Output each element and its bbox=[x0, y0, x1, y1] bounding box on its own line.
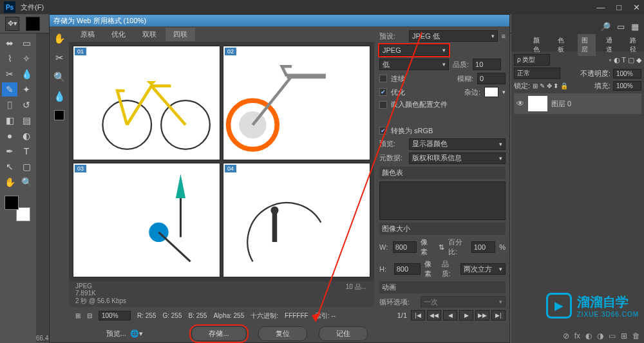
grid-icon[interactable]: ⊞ bbox=[75, 312, 80, 319]
play-button[interactable]: ▶ bbox=[459, 310, 473, 320]
path-tool-icon[interactable]: ↖ bbox=[2, 160, 17, 174]
adjustment-icon[interactable]: ◑ bbox=[597, 331, 603, 340]
maximize-icon[interactable]: □ bbox=[616, 3, 621, 12]
matte-swatch[interactable] bbox=[484, 87, 498, 97]
eyedropper-tool-icon[interactable]: 💧 bbox=[19, 67, 34, 81]
dialog-tool-strip: ✋ ✂ 🔍 💧 bbox=[50, 26, 69, 324]
link-icon[interactable]: ⇅ bbox=[439, 243, 444, 252]
tab-channels[interactable]: 通道 bbox=[602, 34, 620, 56]
chevron-down-icon[interactable]: ▾ bbox=[502, 89, 506, 95]
close-icon[interactable]: ✕ bbox=[633, 3, 640, 12]
preview-pane-2[interactable]: 02 bbox=[223, 46, 370, 160]
zoom-input[interactable]: 100% bbox=[99, 311, 131, 320]
preview-pane-1[interactable]: 01 bbox=[73, 46, 220, 160]
hand-tool-icon[interactable]: ✋ bbox=[2, 175, 17, 189]
preview-pane-3[interactable]: 03 bbox=[73, 163, 220, 277]
format-select[interactable]: JPEG▾ bbox=[379, 44, 449, 56]
first-frame-button[interactable]: |◀ bbox=[411, 310, 425, 320]
trash-icon[interactable]: 🗑 bbox=[632, 331, 640, 340]
new-layer-icon[interactable]: ⊞ bbox=[621, 331, 627, 340]
tab-4up[interactable]: 四联 bbox=[166, 28, 195, 41]
last-frame-button[interactable]: ▶| bbox=[491, 310, 506, 320]
pen-tool-icon[interactable]: ✒ bbox=[2, 144, 17, 158]
loop-select[interactable]: 一次▾ bbox=[421, 296, 506, 308]
eyedrop-icon[interactable]: 💧 bbox=[53, 91, 66, 102]
menu-file[interactable]: 文件(F) bbox=[21, 3, 44, 12]
menu-icon[interactable]: ≡ bbox=[502, 32, 506, 40]
slice-icon[interactable]: ✂ bbox=[55, 52, 64, 64]
fill-input[interactable]: 100% bbox=[613, 81, 641, 91]
shape-tool-icon[interactable]: ▢ bbox=[19, 160, 34, 174]
brush-tool-icon[interactable]: ✎ bbox=[2, 82, 17, 97]
mask-icon[interactable]: ◐ bbox=[585, 331, 592, 340]
height-input[interactable]: 800 bbox=[394, 263, 421, 275]
swatch-icon[interactable] bbox=[26, 17, 40, 31]
browser-icon[interactable]: 🌐▾ bbox=[130, 329, 143, 338]
tool-preset-icon[interactable]: ✥▾ bbox=[5, 17, 19, 31]
progressive-checkbox[interactable] bbox=[379, 75, 387, 82]
color-swatches[interactable] bbox=[5, 196, 30, 221]
tab-original[interactable]: 原稿 bbox=[73, 28, 102, 41]
percent-input[interactable]: 100 bbox=[471, 241, 495, 253]
search-icon[interactable]: 🔎 bbox=[600, 22, 611, 32]
optimized-checkbox[interactable]: ✔ bbox=[379, 88, 387, 96]
visibility-icon[interactable]: 👁 bbox=[516, 99, 524, 108]
lock-icons[interactable]: ⊞ ✎ ✥ ⬍ 🔒 bbox=[533, 82, 568, 89]
tab-swatches[interactable]: 色板 bbox=[554, 34, 572, 56]
link-layers-icon[interactable]: ⊘ bbox=[563, 331, 569, 340]
fx-icon[interactable]: fx bbox=[574, 331, 580, 340]
lock-label: 锁定: bbox=[514, 81, 530, 91]
type-tool-icon[interactable]: T bbox=[19, 144, 34, 158]
prev-button[interactable]: ◀ bbox=[443, 310, 457, 320]
quality-input[interactable]: 10 bbox=[473, 59, 501, 70]
reset-button[interactable]: 复位 bbox=[258, 326, 307, 341]
healing-tool-icon[interactable]: ✦ bbox=[19, 82, 34, 97]
filter-icon[interactable]: ▫ ◐ T ▢ ◆ bbox=[609, 56, 641, 64]
marquee-tool-icon[interactable]: ▭ bbox=[19, 36, 34, 50]
layer-row[interactable]: 👁 图层 0 bbox=[514, 93, 641, 114]
gradient-tool-icon[interactable]: ▤ bbox=[19, 113, 34, 127]
tab-color[interactable]: 颜色 bbox=[529, 34, 547, 56]
embed-profile-checkbox[interactable] bbox=[379, 101, 387, 109]
grid2-icon[interactable]: ⊟ bbox=[87, 312, 92, 319]
dodge-tool-icon[interactable]: ◐ bbox=[19, 129, 34, 143]
preview-info: JPEG 7.891K 2 秒 @ 56.6 Kbps 10 品... bbox=[69, 281, 374, 307]
preset-select[interactable]: JPEG 低▾ bbox=[409, 30, 498, 42]
resample-select[interactable]: 两次立方▾ bbox=[460, 263, 506, 275]
tab-2up[interactable]: 双联 bbox=[135, 28, 164, 41]
next-fast-button[interactable]: ▶▶ bbox=[475, 310, 489, 320]
prev-fast-button[interactable]: ◀◀ bbox=[427, 310, 441, 320]
workspace-icon[interactable]: ▦ bbox=[631, 22, 639, 32]
info-quality-note: 10 品... bbox=[346, 283, 366, 292]
zoom-tool-icon[interactable]: 🔍 bbox=[19, 175, 34, 189]
group-icon[interactable]: ▭ bbox=[609, 331, 616, 340]
fg-swatch[interactable] bbox=[5, 196, 19, 210]
move-tool-icon[interactable]: ⬌ bbox=[2, 36, 17, 50]
tab-layers[interactable]: 图层 bbox=[578, 34, 596, 56]
hand-icon[interactable]: ✋ bbox=[53, 33, 66, 44]
clone-tool-icon[interactable]: ⌷ bbox=[2, 98, 17, 112]
opacity-input[interactable]: 100% bbox=[613, 69, 641, 79]
history-brush-tool-icon[interactable]: ↺ bbox=[19, 98, 34, 112]
zoom-icon[interactable]: 🔍 bbox=[53, 71, 66, 83]
preview-pane-4[interactable]: 04 bbox=[223, 163, 370, 277]
blend-select[interactable]: 正常 bbox=[514, 68, 560, 79]
tab-optimized[interactable]: 优化 bbox=[104, 28, 133, 41]
minimize-icon[interactable]: — bbox=[596, 3, 605, 12]
wand-tool-icon[interactable]: ✧ bbox=[19, 51, 34, 66]
eraser-tool-icon[interactable]: ◧ bbox=[2, 113, 17, 127]
layer-kind-select[interactable]: ρ 类型 bbox=[514, 54, 550, 66]
save-button[interactable]: 存储... bbox=[191, 326, 246, 341]
tab-paths[interactable]: 路径 bbox=[626, 34, 644, 56]
blur-tool-icon[interactable]: ● bbox=[2, 129, 17, 143]
convert-srgb-checkbox[interactable]: ✔ bbox=[379, 127, 387, 134]
remember-button[interactable]: 记住 bbox=[319, 326, 368, 341]
lasso-tool-icon[interactable]: ⌇ bbox=[2, 51, 17, 66]
preview-select[interactable]: 显示器颜色▾ bbox=[409, 138, 506, 150]
width-input[interactable]: 800 bbox=[393, 241, 417, 253]
blur-input[interactable]: 0 bbox=[477, 73, 506, 84]
quality-preset-select[interactable]: 低▾ bbox=[379, 59, 449, 70]
metadata-select[interactable]: 版权和联系信息▾ bbox=[409, 153, 506, 164]
frame-icon[interactable]: ▭ bbox=[617, 22, 625, 32]
crop-tool-icon[interactable]: ✂ bbox=[2, 67, 17, 81]
